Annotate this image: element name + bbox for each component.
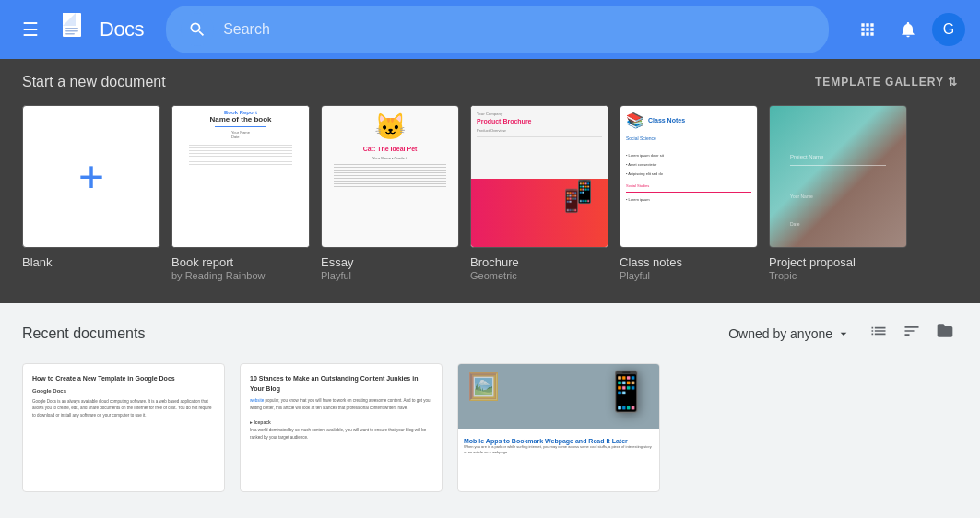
template-label-brochure: Brochure	[470, 255, 608, 269]
header-right: G	[851, 13, 965, 46]
list-view-icon[interactable]	[866, 318, 891, 348]
template-card-brochure[interactable]: Your Company Product Brochure Product Ov…	[470, 105, 608, 281]
template-label-project-proposal: Project proposal	[769, 255, 907, 269]
template-thumb-brochure: Your Company Product Brochure Product Ov…	[470, 105, 608, 248]
template-thumb-blank: +	[22, 105, 160, 248]
doc1-text: Google Docs is an always available cloud…	[32, 398, 215, 419]
template-label-blank: Blank	[22, 255, 160, 269]
search-container	[166, 6, 829, 53]
recent-section-title: Recent documents	[22, 325, 145, 342]
folder-icon[interactable]	[932, 318, 958, 348]
template-thumb-project-proposal: Project Name Your Name Date	[769, 105, 907, 248]
notifications-bell-icon[interactable]	[891, 13, 925, 46]
search-icon-wrap	[181, 13, 214, 46]
template-thumb-essay: 🐱 Cat: The Ideal Pet Your Name • Grade #	[321, 105, 459, 248]
template-sublabel-class-notes: Playful	[620, 270, 758, 281]
recent-controls: Owned by anyone	[728, 318, 958, 348]
templates-header: Start a new document TEMPLATE GALLERY ⇅	[22, 74, 958, 90]
book-report-name: Name of the book	[209, 115, 271, 124]
template-sublabel-brochure: Geometric	[470, 270, 608, 281]
project-name-line: Date	[790, 221, 800, 227]
logo-text: Docs	[100, 18, 144, 41]
template-gallery-label: TEMPLATE GALLERY	[815, 76, 944, 88]
doc2-link: website	[250, 398, 264, 403]
svg-rect-3	[65, 30, 78, 32]
doc-card-3[interactable]: 📱 🖼️ Mobile Apps to Bookmark Webpage and…	[457, 363, 660, 492]
doc-preview-2: 10 Stances to Make an Outstanding Conten…	[241, 364, 442, 491]
doc3-content: Mobile Apps to Bookmark Webpage and Read…	[458, 429, 659, 462]
project-label: Project Name	[790, 154, 823, 159]
sort-icon[interactable]	[899, 318, 925, 348]
dropdown-chevron-icon	[836, 326, 851, 341]
doc-preview-1: How to Create a New Template in Google D…	[23, 364, 224, 491]
avatar[interactable]: G	[932, 13, 965, 46]
template-thumb-class-notes: 📚 Class Notes Social Science • Lorem ips…	[620, 105, 758, 248]
essay-cat-icon: 🐱	[374, 112, 407, 142]
doc3-title: Mobile Apps to Bookmark Webpage and Read…	[464, 438, 654, 444]
book-report-divider	[215, 126, 266, 127]
logo-area[interactable]: Docs	[57, 11, 144, 48]
templates-grid: + Blank Book Report Name of the book You…	[22, 105, 958, 281]
doc-card-2[interactable]: 10 Stances to Make an Outstanding Conten…	[240, 363, 443, 492]
doc-card-1[interactable]: How to Create a New Template in Google D…	[22, 363, 225, 492]
book-report-lines	[176, 143, 305, 167]
doc1-title: How to Create a New Template in Google D…	[32, 373, 215, 383]
view-icons	[866, 318, 958, 348]
doc2-text: website popular, you know that you will …	[250, 397, 432, 441]
search-input[interactable]	[223, 21, 814, 38]
class-notes-icon: 📚	[626, 112, 644, 129]
template-label-essay: Essay	[321, 255, 459, 269]
recent-header: Recent documents Owned by anyone	[22, 318, 958, 348]
project-date: Your Name	[790, 194, 813, 199]
template-sublabel-project-proposal: Tropic	[769, 270, 907, 281]
template-thumb-book-report: Book Report Name of the book Your NameDa…	[171, 105, 310, 248]
template-gallery-button[interactable]: TEMPLATE GALLERY ⇅	[815, 76, 958, 88]
svg-rect-4	[65, 33, 75, 35]
template-sublabel-book-report: by Reading Rainbow	[171, 270, 310, 281]
doc3-text: When you are in a park or while surfing …	[464, 444, 654, 456]
doc2-title: 10 Stances to Make an Outstanding Conten…	[250, 373, 432, 394]
apps-grid-icon[interactable]	[851, 13, 884, 46]
header: ☰ Docs G	[0, 0, 980, 59]
plus-icon: +	[78, 155, 104, 199]
book-report-preview: Book Report Name of the book Your NameDa…	[172, 106, 309, 247]
owned-by-label: Owned by anyone	[728, 326, 832, 341]
background-image-icon: 🖼️	[467, 371, 500, 402]
templates-section: Start a new document TEMPLATE GALLERY ⇅ …	[0, 59, 980, 303]
docs-logo-icon	[57, 11, 94, 48]
doc1-subtitle: Google Docs	[32, 387, 215, 396]
templates-section-title: Start a new document	[22, 74, 166, 90]
expand-icon: ⇅	[948, 76, 958, 88]
template-label-class-notes: Class notes	[620, 255, 758, 269]
phone-image: 📱	[602, 369, 650, 414]
recent-section: Recent documents Owned by anyone	[0, 303, 980, 507]
template-label-book-report: Book report	[171, 255, 310, 269]
search-icon	[188, 20, 207, 39]
template-card-class-notes[interactable]: 📚 Class Notes Social Science • Lorem ips…	[620, 105, 758, 281]
svg-rect-2	[65, 28, 78, 29]
template-card-book-report[interactable]: Book Report Name of the book Your NameDa…	[171, 105, 310, 281]
docs-grid: How to Create a New Template in Google D…	[22, 363, 958, 492]
owned-by-dropdown[interactable]: Owned by anyone	[728, 326, 851, 341]
template-card-blank[interactable]: + Blank	[22, 105, 160, 281]
book-report-subtitle: Your NameDate	[231, 130, 250, 139]
hamburger-menu-icon[interactable]: ☰	[15, 11, 46, 48]
template-sublabel-essay: Playful	[321, 270, 459, 281]
template-card-project-proposal[interactable]: Project Name Your Name Date Project prop…	[769, 105, 907, 281]
template-card-essay[interactable]: 🐱 Cat: The Ideal Pet Your Name • Grade #	[321, 105, 459, 281]
